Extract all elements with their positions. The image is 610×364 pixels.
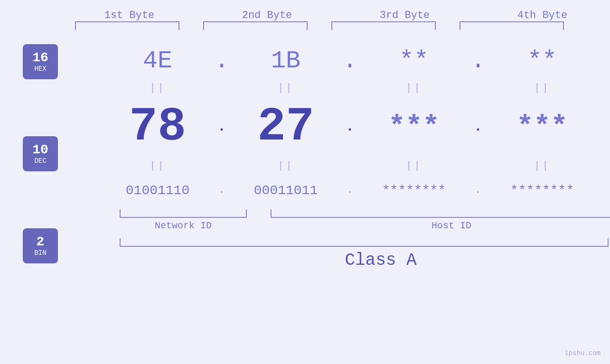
hex-badge-num: 16: [32, 51, 48, 65]
dec-dot1: .: [210, 119, 234, 135]
main-container: 1st Byte 2nd Byte 3rd Byte 4th Byte 16 H…: [0, 0, 610, 364]
bin-row: 01001110 . 00011011 . ******** . *******…: [58, 174, 610, 207]
watermark: ipshu.com: [564, 349, 601, 357]
badges-column: 16 HEX 10 DEC 2 BIN: [0, 39, 58, 263]
bracket-b4: [460, 21, 564, 30]
network-id-label: Network ID: [120, 220, 247, 231]
top-brackets: [75, 21, 597, 30]
dec-b3: ***: [362, 111, 466, 143]
hex-dot2: .: [338, 47, 362, 75]
equals-2: || || || ||: [58, 159, 610, 173]
bin-b3: ********: [362, 183, 466, 198]
bin-dot3: .: [466, 186, 490, 195]
big-bracket-row: [120, 238, 610, 247]
bottom-section: Network ID Host ID Class A: [120, 209, 610, 270]
content-area: 16 HEX 10 DEC 2 BIN 4E . 1B . ** . **: [0, 39, 610, 270]
bracket-b2: [203, 21, 308, 30]
host-bracket: [271, 209, 610, 218]
bottom-brackets: [120, 209, 610, 218]
bottom-labels: Network ID Host ID: [120, 220, 610, 231]
bin-badge: 2 BIN: [23, 228, 58, 263]
bin-b1: 01001110: [105, 183, 210, 198]
hex-dot3: .: [466, 47, 490, 75]
byte2-header: 2nd Byte: [215, 9, 319, 21]
class-label: Class A: [120, 251, 610, 270]
dec-dot3: .: [466, 119, 490, 135]
hex-b3: **: [362, 47, 466, 75]
byte4-header: 4th Byte: [490, 9, 595, 21]
data-rows: 4E . 1B . ** . ** || || || || 78: [58, 39, 610, 270]
hex-b1: 4E: [105, 47, 210, 75]
hex-b4: **: [490, 47, 594, 75]
bin-b4: ********: [490, 183, 594, 198]
dec-b1: 78: [105, 100, 210, 154]
byte1-header: 1st Byte: [77, 9, 182, 21]
bin-dot1: .: [210, 186, 234, 195]
hex-row: 4E . 1B . ** . **: [58, 42, 610, 80]
dec-badge-num: 10: [32, 143, 48, 158]
dec-dot2: .: [338, 119, 362, 135]
bracket-b1: [75, 21, 179, 30]
hex-badge-label: HEX: [34, 65, 46, 73]
network-bracket: [120, 209, 247, 218]
class-bracket: [120, 238, 609, 247]
dec-b4: ***: [490, 111, 594, 143]
equals-1: || || || ||: [58, 81, 610, 95]
dec-b2: 27: [234, 100, 338, 154]
hex-badge: 16 HEX: [23, 44, 58, 79]
bin-badge-label: BIN: [34, 249, 46, 257]
bin-badge-num: 2: [37, 235, 45, 250]
dec-badge-label: DEC: [34, 157, 46, 165]
hex-b2: 1B: [234, 47, 338, 75]
hex-dot1: .: [210, 47, 234, 75]
bracket-b3: [331, 21, 436, 30]
dec-badge: 10 DEC: [23, 136, 58, 171]
byte-headers: 1st Byte 2nd Byte 3rd Byte 4th Byte: [75, 9, 597, 21]
byte3-header: 3rd Byte: [353, 9, 457, 21]
host-id-label: Host ID: [271, 220, 610, 231]
bin-b2: 00011011: [234, 183, 338, 198]
bin-dot2: .: [338, 186, 362, 195]
dec-row: 78 . 27 . *** . ***: [58, 96, 610, 158]
